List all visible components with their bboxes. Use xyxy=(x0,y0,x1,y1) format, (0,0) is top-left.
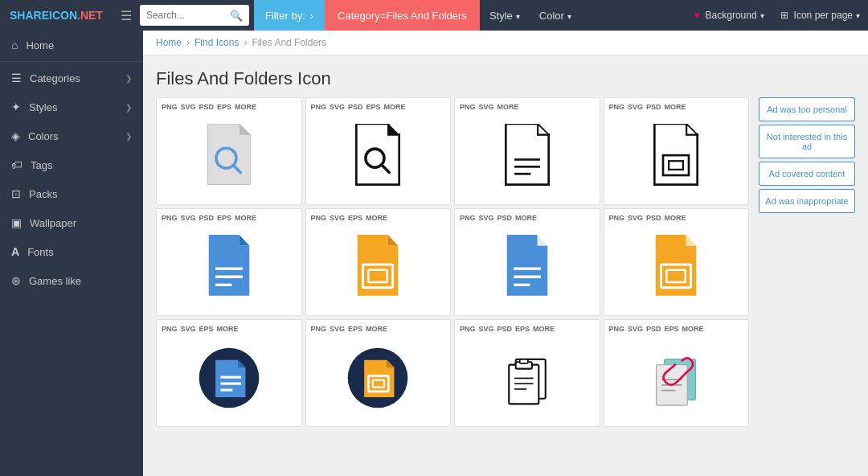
format-png[interactable]: PNG xyxy=(311,103,327,111)
format-eps[interactable]: EPS xyxy=(366,103,381,111)
svg-marker-9 xyxy=(538,124,548,134)
icon-preview xyxy=(460,116,595,196)
breadcrumb-find-icons[interactable]: Find Icons xyxy=(194,37,239,48)
format-png[interactable]: PNG xyxy=(460,103,476,111)
icon-per-page-button[interactable]: Icon per page xyxy=(772,0,868,31)
format-eps[interactable]: EPS xyxy=(199,325,214,333)
format-svg[interactable]: SVG xyxy=(479,214,494,222)
color-button[interactable]: Color xyxy=(530,0,581,31)
svg-marker-23 xyxy=(388,235,399,245)
format-png[interactable]: PNG xyxy=(609,103,625,111)
sidebar-item-styles[interactable]: ✦ Styles ❯ xyxy=(0,92,143,121)
sidebar-item-home[interactable]: ⌂ Home xyxy=(0,31,143,60)
format-more[interactable]: MORE xyxy=(235,103,256,111)
format-more[interactable]: MORE xyxy=(533,325,555,333)
sidebar-item-packs[interactable]: ⊡ Packs xyxy=(0,179,143,208)
ad-too-personal-button[interactable]: Ad was too personal xyxy=(759,97,855,121)
format-more[interactable]: MORE xyxy=(515,214,537,222)
icon-card-3[interactable]: PNG SVG MORE xyxy=(454,97,600,205)
style-button[interactable]: Style xyxy=(480,0,530,31)
format-svg[interactable]: SVG xyxy=(628,214,643,222)
hamburger-icon[interactable]: ☰ xyxy=(113,8,140,23)
styles-icon: ✦ xyxy=(11,101,21,113)
format-more[interactable]: MORE xyxy=(366,325,387,333)
icon-card-6[interactable]: PNG SVG EPS MORE xyxy=(305,208,452,316)
icon-card-10[interactable]: PNG SVG EPS MORE xyxy=(305,319,452,427)
format-png[interactable]: PNG xyxy=(609,214,625,222)
icon-card-12[interactable]: PNG SVG PSD EPS MORE xyxy=(604,319,750,427)
games-icon: ⊛ xyxy=(11,274,21,287)
icon-card-9[interactable]: PNG SVG EPS MORE xyxy=(156,319,302,427)
format-svg[interactable]: SVG xyxy=(479,325,494,333)
format-more[interactable]: MORE xyxy=(384,103,406,111)
ad-inappropriate-button[interactable]: Ad was inappropriate xyxy=(759,189,855,213)
icon-card-11[interactable]: PNG SVG PSD EPS MORE xyxy=(454,319,600,427)
format-more[interactable]: MORE xyxy=(497,103,519,111)
format-png[interactable]: PNG xyxy=(162,214,178,222)
sidebar-item-label: Games like xyxy=(29,275,81,287)
format-png[interactable]: PNG xyxy=(162,325,178,333)
format-svg[interactable]: SVG xyxy=(628,325,643,333)
format-row: PNG SVG PSD MORE xyxy=(609,103,744,111)
format-png[interactable]: PNG xyxy=(460,214,476,222)
format-svg[interactable]: SVG xyxy=(330,103,345,111)
ad-covered-content-button[interactable]: Ad covered content xyxy=(759,162,855,186)
format-more[interactable]: MORE xyxy=(217,325,239,333)
format-png[interactable]: PNG xyxy=(311,325,327,333)
format-psd[interactable]: PSD xyxy=(497,214,513,222)
icon-card-1[interactable]: PNG SVG PSD EPS MORE xyxy=(156,97,302,205)
sidebar-item-wallpaper[interactable]: ▣ Wallpaper xyxy=(0,208,143,237)
category-button[interactable]: Category=Files And Folders xyxy=(325,0,480,31)
format-psd[interactable]: PSD xyxy=(646,214,661,222)
brand-net: .NET xyxy=(77,9,103,22)
sidebar-item-games-like[interactable]: ⊛ Games like xyxy=(0,266,143,295)
format-eps[interactable]: EPS xyxy=(217,103,231,111)
format-png[interactable]: PNG xyxy=(460,325,476,333)
format-psd[interactable]: PSD xyxy=(497,325,513,333)
icon-card-7[interactable]: PNG SVG PSD MORE xyxy=(454,208,600,316)
sidebar-item-colors[interactable]: ◈ Colors ❯ xyxy=(0,121,143,150)
format-svg[interactable]: SVG xyxy=(181,325,196,333)
format-eps[interactable]: EPS xyxy=(348,214,362,222)
format-more[interactable]: MORE xyxy=(665,103,686,111)
format-psd[interactable]: PSD xyxy=(348,103,363,111)
format-more[interactable]: MORE xyxy=(682,325,704,333)
breadcrumb-home[interactable]: Home xyxy=(156,37,182,48)
icon-card-4[interactable]: PNG SVG PSD MORE xyxy=(604,97,750,205)
format-png[interactable]: PNG xyxy=(162,103,178,111)
format-more[interactable]: MORE xyxy=(366,214,387,222)
logo[interactable]: SHAREICON.NET xyxy=(0,9,113,22)
format-svg[interactable]: SVG xyxy=(181,214,196,222)
format-eps[interactable]: EPS xyxy=(665,325,679,333)
format-svg[interactable]: SVG xyxy=(330,325,345,333)
sidebar-item-tags[interactable]: 🏷 Tags xyxy=(0,150,143,179)
sidebar-item-fonts[interactable]: A Fonts xyxy=(0,237,143,266)
format-svg[interactable]: SVG xyxy=(330,214,345,222)
sidebar-item-categories[interactable]: ☰ Categories ❯ xyxy=(0,64,143,92)
format-svg[interactable]: SVG xyxy=(628,103,643,111)
format-svg[interactable]: SVG xyxy=(181,103,196,111)
wallpaper-icon: ▣ xyxy=(11,216,22,229)
background-button[interactable]: Background xyxy=(686,0,772,31)
format-png[interactable]: PNG xyxy=(311,214,327,222)
format-more[interactable]: MORE xyxy=(235,214,256,222)
format-png[interactable]: PNG xyxy=(609,325,625,333)
format-more[interactable]: MORE xyxy=(665,214,686,222)
format-psd[interactable]: PSD xyxy=(199,214,215,222)
filter-button[interactable]: Filter by: › xyxy=(254,0,325,31)
style-chevron-icon xyxy=(516,10,520,22)
format-svg[interactable]: SVG xyxy=(479,103,494,111)
format-eps[interactable]: EPS xyxy=(515,325,530,333)
icon-card-5[interactable]: PNG SVG PSD EPS MORE xyxy=(156,208,302,316)
format-eps[interactable]: EPS xyxy=(348,325,362,333)
ad-not-interested-button[interactable]: Not interested in this ad xyxy=(759,125,855,158)
search-input[interactable] xyxy=(146,10,227,21)
format-eps[interactable]: EPS xyxy=(217,214,231,222)
format-row: PNG SVG PSD EPS MORE xyxy=(311,103,446,111)
format-psd[interactable]: PSD xyxy=(199,103,215,111)
icon-card-2[interactable]: PNG SVG PSD EPS MORE xyxy=(305,97,452,205)
svg-marker-27 xyxy=(537,235,547,245)
icon-card-8[interactable]: PNG SVG PSD MORE xyxy=(604,208,750,316)
format-psd[interactable]: PSD xyxy=(646,103,661,111)
format-psd[interactable]: PSD xyxy=(646,325,661,333)
